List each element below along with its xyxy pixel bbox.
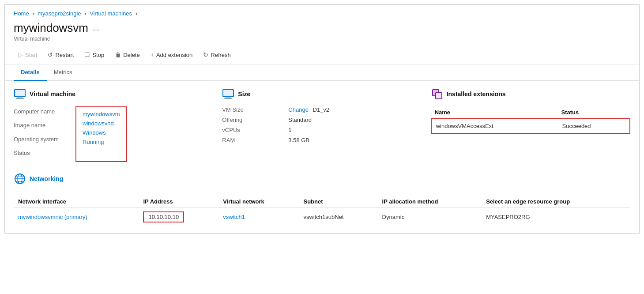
delete-button[interactable]: 🗑 Delete [110, 49, 144, 60]
breadcrumb-vms[interactable]: Virtual machines [90, 10, 132, 17]
offering-label: Offering [222, 117, 288, 123]
breadcrumb-device[interactable]: myasepro2single [38, 10, 81, 17]
start-icon: ▷ [18, 51, 23, 58]
restart-icon: ↺ [48, 51, 53, 58]
main-content: Virtual machine Computer name Image name… [5, 81, 639, 233]
start-button[interactable]: ▷ Start [14, 49, 41, 60]
computer-icon [14, 89, 26, 99]
extensions-section: Installed extensions Name Status windows… [431, 88, 630, 191]
networking-icon-box [14, 173, 26, 185]
svg-rect-12 [436, 93, 442, 99]
add-icon: + [151, 51, 154, 58]
net-allocation-value: Dynamic [378, 207, 482, 226]
start-label: Start [25, 52, 37, 58]
ram-label: RAM [222, 137, 288, 143]
svg-rect-2 [16, 98, 24, 99]
net-header-allocation: IP allocation method [378, 196, 482, 208]
tab-metrics[interactable]: Metrics [47, 64, 79, 81]
net-header-vnet: Virtual network [218, 196, 299, 208]
net-header-edge-rg: Select an edge resource group [482, 196, 630, 208]
vcpus-label: vCPUs [222, 127, 288, 133]
add-extension-button[interactable]: + Add extension [146, 49, 197, 60]
extensions-table: Name Status windowsVMAccessExt Succeeded [431, 106, 630, 134]
stop-button[interactable]: ☐ Stop [80, 49, 109, 60]
operating-system-label: Operating system [14, 134, 75, 144]
net-vnet-link[interactable]: vswitch1 [223, 214, 245, 220]
vm-section: Virtual machine Computer name Image name… [14, 88, 213, 191]
networking-row: mywindowsvmnic (primary) 10.10.10.10 vsw… [14, 207, 630, 226]
image-name-value: windowsvhd [83, 120, 120, 127]
ext-status-header: Status [558, 106, 630, 119]
ip-address-box: 10.10.10.10 [143, 211, 184, 222]
ram-row: RAM 3.58 GB [222, 137, 422, 143]
refresh-button[interactable]: ↻ Refresh [199, 49, 235, 60]
networking-label: Networking [30, 175, 63, 182]
svg-rect-1 [17, 97, 23, 98]
vm-details: Computer name Image name Operating syste… [14, 106, 213, 162]
vm-section-label: Virtual machine [30, 90, 75, 98]
toolbar: ▷ Start ↺ Restart ☐ Stop 🗑 Delete + Add … [5, 45, 639, 64]
ext-status-value: Succeeded [558, 119, 630, 133]
offering-row: Offering Standard [222, 117, 422, 123]
offering-value: Standard [288, 117, 422, 123]
size-section-title: Size [222, 88, 422, 100]
networking-table: Network interface IP Address Virtual net… [14, 196, 630, 226]
restart-label: Restart [55, 52, 74, 58]
sections-grid: Virtual machine Computer name Image name… [14, 88, 630, 191]
svg-rect-0 [15, 90, 25, 97]
stop-icon: ☐ [84, 51, 90, 58]
extensions-section-title: Installed extensions [431, 88, 630, 100]
page-header: mywindowsvm ... Virtual machine [5, 19, 639, 45]
refresh-label: Refresh [211, 52, 231, 58]
extension-row: windowsVMAccessExt Succeeded [431, 119, 630, 133]
tab-details[interactable]: Details [14, 64, 47, 81]
vm-size-change-link[interactable]: Change [288, 106, 309, 113]
size-section-label: Size [238, 90, 250, 98]
page-title-text: mywindowsvm [14, 21, 88, 35]
page-subtitle: Virtual machine [14, 36, 630, 42]
refresh-icon: ↻ [203, 51, 208, 58]
extensions-section-label: Installed extensions [447, 90, 506, 98]
networking-table-container: Network interface IP Address Virtual net… [14, 196, 630, 226]
tabs: Details Metrics [5, 64, 639, 81]
image-name-label: Image name [14, 120, 75, 130]
net-interface-link[interactable]: mywindowsvmnic (primary) [18, 214, 87, 220]
ext-name-header: Name [431, 106, 558, 119]
vm-size-row: VM Size Change D1_v2 [222, 106, 422, 113]
operating-system-value: Windows [83, 129, 120, 136]
page-container: Home › myasepro2single › Virtual machine… [4, 4, 640, 234]
vm-size-val: D1_v2 [313, 106, 330, 113]
extensions-icon [431, 88, 443, 100]
net-header-subnet: Subnet [299, 196, 377, 208]
vm-size-value: Change D1_v2 [288, 106, 422, 113]
breadcrumb: Home › myasepro2single › Virtual machine… [5, 5, 639, 19]
status-value: Running [83, 139, 120, 145]
status-label: Status [14, 148, 75, 158]
vm-section-title: Virtual machine [14, 88, 213, 100]
net-ip-cell: 10.10.10.10 [139, 207, 218, 226]
computer-name-label: Computer name [14, 106, 75, 117]
size-computer-icon [222, 89, 234, 99]
add-extension-label: Add extension [156, 52, 192, 58]
more-options-button[interactable]: ... [93, 23, 99, 33]
size-section-icon-box [222, 88, 234, 100]
delete-label: Delete [123, 52, 140, 58]
page-title: mywindowsvm ... [14, 21, 630, 35]
breadcrumb-home[interactable]: Home [14, 10, 29, 17]
vcpus-value: 1 [288, 127, 422, 133]
ext-name-value: windowsVMAccessExt [431, 119, 558, 133]
networking-section: Networking [14, 173, 213, 185]
stop-label: Stop [92, 52, 104, 58]
networking-title: Networking [14, 173, 213, 185]
size-section: Size VM Size Change D1_v2 Offering Stand… [222, 88, 422, 191]
restart-button[interactable]: ↺ Restart [43, 49, 78, 60]
globe-icon [14, 173, 26, 185]
vm-size-label: VM Size [222, 106, 288, 113]
net-interface-value: mywindowsvmnic (primary) [14, 207, 139, 226]
net-header-interface: Network interface [14, 196, 139, 208]
size-table: VM Size Change D1_v2 Offering Standard v… [222, 106, 422, 143]
ram-value: 3.58 GB [288, 137, 422, 143]
computer-name-value: mywindowsvm [83, 111, 120, 117]
delete-icon: 🗑 [115, 51, 121, 58]
vm-values-box: mywindowsvm windowsvhd Windows Running [75, 106, 127, 162]
